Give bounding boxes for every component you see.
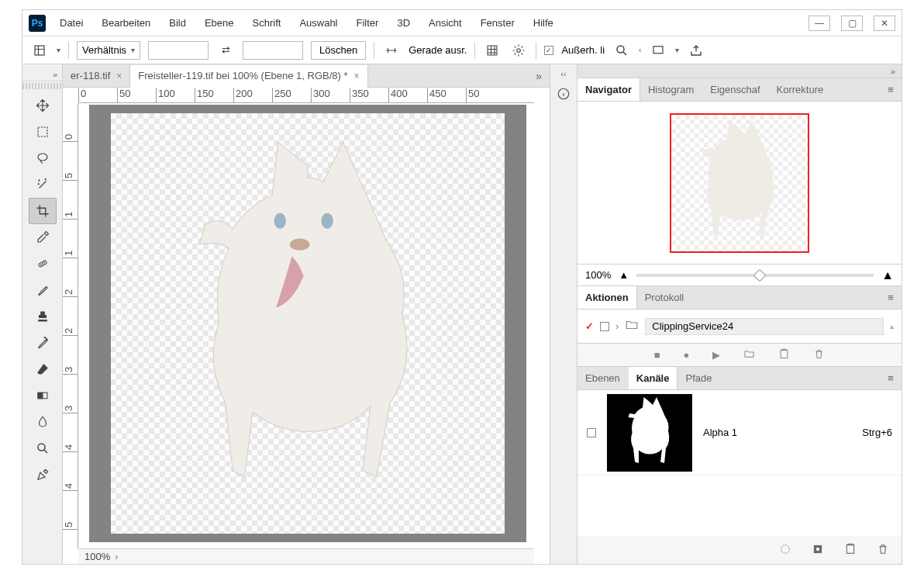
crop-tool[interactable] bbox=[29, 198, 57, 224]
channel-thumbnail[interactable] bbox=[607, 394, 692, 472]
lasso-tool[interactable] bbox=[29, 145, 57, 171]
artboard[interactable] bbox=[111, 113, 505, 533]
eraser-tool[interactable] bbox=[29, 356, 57, 382]
blur-tool[interactable] bbox=[29, 409, 57, 435]
tab-protokoll[interactable]: Protokoll bbox=[637, 286, 693, 309]
menu-ansicht[interactable]: Ansicht bbox=[429, 17, 462, 29]
tab-eigenschaften[interactable]: Eigenschaf bbox=[702, 78, 768, 101]
brush-tool[interactable] bbox=[29, 277, 57, 303]
menu-fenster[interactable]: Fenster bbox=[481, 17, 515, 29]
svg-rect-3 bbox=[653, 46, 663, 53]
tab-ebenen[interactable]: Ebenen bbox=[578, 367, 629, 389]
tab-pfade[interactable]: Pfade bbox=[677, 367, 720, 389]
zoom-out-icon[interactable]: ▲ bbox=[619, 269, 629, 281]
stop-icon[interactable]: ■ bbox=[654, 349, 660, 361]
save-selection-icon[interactable] bbox=[812, 543, 824, 558]
gradient-tool[interactable] bbox=[29, 382, 57, 409]
svg-point-7 bbox=[40, 265, 41, 265]
navigator-body[interactable] bbox=[578, 102, 902, 265]
chevron-right-icon[interactable]: › bbox=[115, 551, 118, 562]
hamburger-icon[interactable]: ≡ bbox=[880, 292, 902, 303]
menu-bild[interactable]: Bild bbox=[169, 17, 186, 29]
zoom-tool[interactable] bbox=[29, 435, 57, 462]
menu-datei[interactable]: Datei bbox=[60, 17, 83, 29]
tab-kanaele[interactable]: Kanäle bbox=[629, 367, 678, 389]
magic-wand-tool[interactable] bbox=[29, 171, 57, 198]
info-icon[interactable] bbox=[554, 85, 573, 103]
new-action-icon[interactable] bbox=[778, 348, 790, 362]
maximize-button[interactable]: ▢ bbox=[841, 16, 863, 31]
menu-hilfe[interactable]: Hilfe bbox=[533, 17, 553, 29]
record-icon[interactable]: ● bbox=[684, 349, 690, 361]
chevron-right-icon[interactable]: › bbox=[615, 320, 619, 332]
new-channel-icon[interactable] bbox=[844, 543, 857, 558]
close-button[interactable]: ✕ bbox=[874, 16, 895, 31]
hamburger-icon[interactable]: ≡ bbox=[880, 372, 902, 384]
outside-checkbox[interactable]: ✓ bbox=[544, 46, 553, 55]
close-icon[interactable]: × bbox=[116, 71, 122, 81]
visibility-toggle[interactable] bbox=[587, 428, 596, 437]
grid-icon[interactable] bbox=[483, 41, 502, 60]
ruler-horizontal[interactable]: 05010015020025030035040045050 bbox=[78, 88, 534, 103]
doc-tab-inactive[interactable]: er-118.tif× bbox=[63, 64, 130, 87]
menu-bearbeiten[interactable]: Bearbeiten bbox=[102, 17, 150, 29]
ratio-dropdown[interactable]: Verhältnis▾ bbox=[77, 41, 140, 60]
tab-navigator[interactable]: Navigator bbox=[578, 78, 640, 101]
tab-aktionen[interactable]: Aktionen bbox=[578, 286, 637, 309]
load-selection-icon[interactable] bbox=[779, 543, 791, 558]
collapse-icon[interactable]: ‹‹ bbox=[560, 69, 566, 78]
channel-row[interactable]: Alpha 1 Strg+6 bbox=[578, 390, 902, 475]
check-icon[interactable]: ✓ bbox=[585, 320, 594, 332]
zoom-value[interactable]: 100% bbox=[84, 551, 110, 562]
svg-point-9 bbox=[43, 262, 44, 263]
move-tool[interactable] bbox=[29, 92, 57, 119]
gear-icon[interactable] bbox=[509, 41, 528, 60]
menu-auswahl[interactable]: Auswahl bbox=[299, 17, 337, 29]
play-icon[interactable]: ▶ bbox=[712, 349, 720, 361]
marquee-tool[interactable] bbox=[29, 119, 57, 145]
healing-tool[interactable] bbox=[29, 251, 57, 277]
ratio-height-input[interactable] bbox=[243, 41, 303, 60]
tabs-overflow[interactable]: » bbox=[528, 70, 550, 82]
panels-collapse[interactable]: » bbox=[578, 64, 902, 78]
tool-preset-icon[interactable] bbox=[30, 41, 49, 60]
new-folder-icon[interactable] bbox=[743, 348, 755, 362]
menu-3d[interactable]: 3D bbox=[397, 17, 410, 29]
zoom-slider[interactable] bbox=[636, 274, 874, 277]
share-icon[interactable] bbox=[687, 41, 705, 60]
action-set-row[interactable]: ClippingService24 bbox=[645, 318, 884, 335]
scroll-up-icon[interactable]: ▴ bbox=[890, 322, 894, 330]
trash-icon[interactable] bbox=[877, 543, 889, 558]
navigator-thumbnail[interactable] bbox=[670, 113, 809, 253]
trash-icon[interactable] bbox=[813, 348, 825, 362]
chevron-down-icon[interactable]: ▾ bbox=[57, 46, 60, 54]
menu-filter[interactable]: Filter bbox=[357, 17, 379, 29]
straighten-icon[interactable] bbox=[382, 41, 401, 60]
dialog-toggle[interactable] bbox=[600, 322, 609, 331]
menu-ebene[interactable]: Ebene bbox=[205, 17, 234, 29]
svg-rect-11 bbox=[38, 392, 43, 399]
tab-histogram[interactable]: Histogram bbox=[640, 78, 702, 101]
clear-button[interactable]: Löschen bbox=[311, 41, 366, 60]
hamburger-icon[interactable]: ≡ bbox=[880, 84, 902, 95]
minimize-button[interactable]: — bbox=[808, 16, 830, 31]
search-icon[interactable] bbox=[612, 41, 631, 60]
canvas[interactable] bbox=[89, 105, 526, 542]
nav-zoom-value[interactable]: 100% bbox=[585, 269, 611, 281]
tools-collapse[interactable]: » bbox=[22, 67, 62, 81]
doc-tab-active[interactable]: Freisteller-119.tif bei 100% (Ebene 1, R… bbox=[130, 65, 367, 88]
pen-tool[interactable] bbox=[29, 462, 57, 488]
eyedropper-tool[interactable] bbox=[29, 224, 57, 251]
swap-icon[interactable]: ⇄ bbox=[216, 41, 235, 60]
ratio-width-input[interactable] bbox=[148, 41, 209, 60]
panel-grip[interactable] bbox=[22, 83, 62, 89]
stamp-tool[interactable] bbox=[29, 303, 57, 330]
zoom-in-icon[interactable]: ▲ bbox=[881, 268, 894, 282]
screen-mode-icon[interactable] bbox=[649, 41, 667, 60]
history-brush-tool[interactable] bbox=[29, 330, 57, 356]
tab-korrekturen[interactable]: Korrekture bbox=[769, 78, 833, 101]
close-icon[interactable]: × bbox=[354, 71, 360, 81]
ruler-vertical[interactable]: 05112233445 bbox=[63, 103, 78, 548]
menu-schrift[interactable]: Schrift bbox=[253, 17, 281, 29]
svg-rect-22 bbox=[846, 545, 853, 553]
